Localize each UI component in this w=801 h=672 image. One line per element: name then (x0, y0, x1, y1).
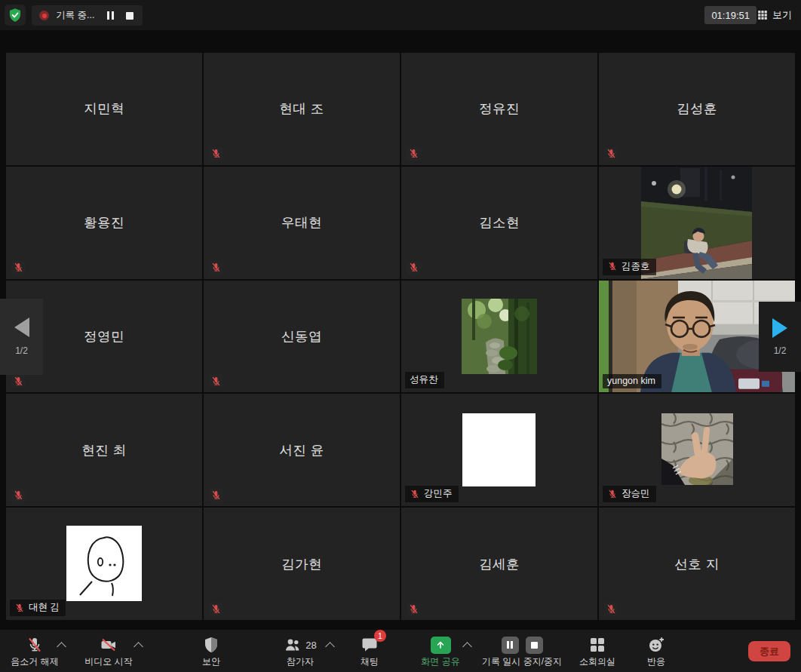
mic-muted-icon (607, 489, 618, 499)
participant-name: 선호 지 (599, 508, 795, 620)
stop-recording-icon[interactable] (126, 12, 134, 20)
participant-tile[interactable]: 정유진 (401, 53, 597, 165)
participant-tile[interactable]: 대현 김 (6, 508, 202, 620)
record-dot-icon (39, 11, 49, 20)
participant-tile[interactable]: 선호 지 (599, 508, 795, 620)
mic-muted-icon (604, 147, 618, 161)
mic-muted-icon (209, 488, 222, 502)
page-indicator: 1/2 (774, 345, 787, 356)
top-bar: 기록 중... 01:19:51 보기 (0, 0, 801, 30)
meeting-timer: 01:19:51 (704, 6, 756, 24)
four-squares-icon (588, 636, 606, 654)
view-button[interactable]: 보기 (754, 6, 795, 24)
participant-name: 서진 윤 (204, 394, 400, 506)
participant-tile[interactable]: 성유찬 (401, 281, 597, 393)
photo-hand-peace-sign (661, 413, 733, 485)
participant-tile[interactable]: 황용진 (6, 167, 202, 279)
participant-name: 김가현 (204, 508, 400, 620)
mic-muted-icon (11, 488, 25, 502)
participant-tile[interactable]: 강민주 (401, 394, 597, 506)
participant-tile[interactable]: 김가현 (204, 508, 400, 620)
participant-tile[interactable]: 지민혁 (6, 53, 202, 165)
mic-muted-icon (407, 261, 420, 275)
participant-name: 김소현 (401, 167, 597, 279)
breakout-rooms-button[interactable]: 소회의실 (570, 635, 625, 668)
participant-name: 지민혁 (6, 53, 202, 165)
share-screen-icon (431, 637, 451, 654)
mic-muted-icon (14, 603, 25, 613)
shield-icon (202, 636, 220, 654)
mic-muted-icon (11, 374, 25, 388)
chat-unread-badge: 1 (374, 630, 386, 642)
participant-name-tag: 대현 김 (10, 600, 66, 616)
chevron-up-icon[interactable] (462, 642, 472, 652)
participant-tile[interactable]: 현진 최 (6, 394, 202, 506)
mic-muted-icon (209, 261, 222, 275)
people-icon (284, 636, 302, 654)
mic-muted-icon (209, 374, 222, 388)
participant-tile[interactable]: 김소현 (401, 167, 597, 279)
participant-tile[interactable]: 김종호 (599, 167, 795, 279)
participants-button[interactable]: 28 참가자 (262, 635, 338, 668)
mic-muted-icon (209, 602, 222, 615)
view-label: 보기 (772, 8, 792, 22)
mic-muted-icon (410, 489, 420, 499)
photo-white-square (462, 413, 536, 486)
arrow-left-icon (14, 318, 29, 337)
participant-name: 김성훈 (599, 53, 795, 165)
chevron-up-icon[interactable] (134, 642, 143, 652)
reactions-button[interactable]: 반응 (631, 635, 682, 668)
chat-button[interactable]: 1 채팅 (344, 635, 395, 668)
security-button[interactable]: 보안 (184, 635, 238, 668)
stop-recording-button[interactable] (526, 637, 543, 654)
participant-grid: 지민혁 현대 조 정유진 김성훈 황용진 우태현 김소현 (6, 53, 795, 620)
previous-page-button[interactable]: 1/2 (0, 299, 43, 375)
participant-tile[interactable]: 현대 조 (204, 53, 400, 165)
participant-name-tag: 성유찬 (405, 372, 444, 388)
participant-name: 신동엽 (204, 281, 400, 393)
arrow-right-icon (772, 318, 787, 338)
grid-view-icon (757, 10, 768, 20)
participant-name-tag: 김종호 (603, 259, 656, 275)
pause-recording-icon[interactable] (107, 11, 114, 20)
participant-name: 현진 최 (6, 394, 202, 506)
mic-muted-icon (604, 602, 618, 615)
start-video-button[interactable]: 비디오 시작 (72, 635, 145, 668)
mic-muted-icon (607, 261, 618, 272)
photo-forest-path (462, 299, 537, 374)
drawing-face (66, 526, 142, 601)
participant-name: 현대 조 (204, 53, 400, 165)
participant-count: 28 (305, 640, 316, 651)
participant-tile[interactable]: 장승민 (599, 394, 795, 506)
camera-off-icon (100, 636, 118, 654)
recording-controls[interactable]: 기록 일시 중지/중지 (474, 635, 570, 668)
participant-name-tag: yungon kim (603, 374, 661, 388)
chevron-up-icon[interactable] (57, 642, 66, 652)
bottom-toolbar: 음소거 해제 비디오 시작 보안 28 참가자 1 채팅 (0, 630, 801, 672)
participant-name: 우태현 (204, 167, 400, 279)
participant-name-tag: 강민주 (405, 486, 459, 502)
participant-name: 김세훈 (401, 508, 597, 620)
participant-tile[interactable]: 신동엽 (204, 281, 400, 393)
participant-name-tag: 장승민 (603, 486, 656, 502)
page-indicator: 1/2 (15, 345, 28, 356)
mic-muted-icon (11, 261, 25, 275)
participant-name: 황용진 (6, 167, 202, 279)
pause-recording-button[interactable] (502, 637, 519, 654)
participant-tile[interactable]: 김세훈 (401, 508, 597, 620)
end-meeting-button[interactable]: 종료 (748, 641, 790, 661)
photo-night-scene (641, 167, 752, 279)
unmute-button[interactable]: 음소거 해제 (2, 635, 68, 668)
chevron-up-icon[interactable] (325, 642, 335, 652)
participant-tile[interactable]: 김성훈 (599, 53, 795, 165)
mic-muted-icon (407, 602, 420, 615)
participant-tile[interactable]: 서진 윤 (204, 394, 400, 506)
mic-muted-icon (209, 147, 222, 161)
next-page-button[interactable]: 1/2 (759, 302, 801, 372)
security-shield-icon[interactable] (5, 5, 26, 26)
mic-muted-icon (407, 147, 420, 161)
share-screen-button[interactable]: 화면 공유 (403, 635, 478, 668)
participant-tile[interactable]: 우태현 (204, 167, 400, 279)
smiley-plus-icon (647, 636, 665, 654)
recording-indicator: 기록 중... (32, 5, 143, 26)
